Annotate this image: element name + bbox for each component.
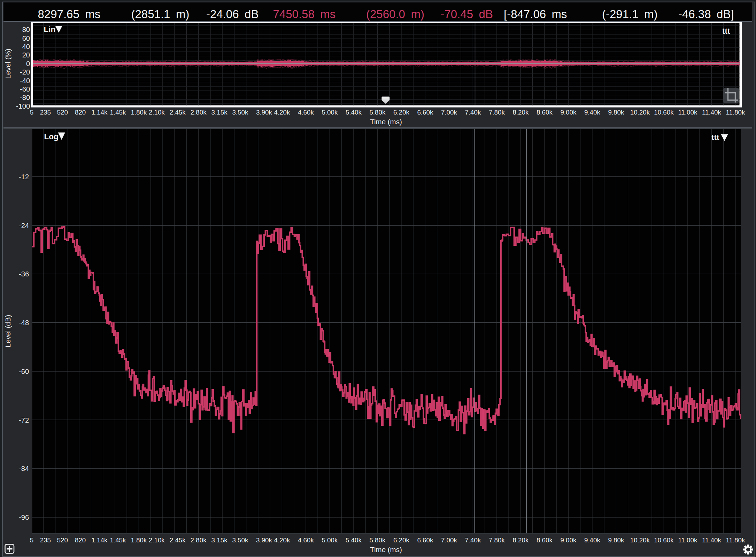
svg-text:-96: -96 (19, 513, 29, 521)
svg-text:9.00k: 9.00k (560, 536, 577, 544)
svg-text:80: 80 (22, 26, 30, 33)
svg-text:7.40k: 7.40k (465, 109, 481, 116)
svg-text:2.45k: 2.45k (170, 536, 186, 544)
svg-text:2.10k: 2.10k (149, 536, 165, 544)
svg-text:10.60k: 10.60k (654, 109, 674, 116)
svg-text:-100: -100 (16, 102, 30, 110)
svg-text:5.00k: 5.00k (322, 536, 338, 544)
svg-text:5: 5 (30, 536, 33, 544)
svg-text:3.50k: 3.50k (232, 536, 249, 544)
svg-text:-12: -12 (19, 173, 29, 181)
svg-text:(2851.1 m): (2851.1 m) (131, 8, 190, 21)
svg-text:Time (ms): Time (ms) (370, 546, 402, 554)
svg-text:9.00k: 9.00k (560, 109, 577, 116)
svg-text:10.20k: 10.20k (630, 109, 650, 116)
svg-text:1.45k: 1.45k (110, 109, 126, 116)
svg-text:-80: -80 (20, 94, 30, 101)
svg-text:3.15k: 3.15k (211, 536, 228, 544)
svg-text:5.40k: 5.40k (346, 536, 362, 544)
svg-text:20: 20 (22, 51, 30, 59)
svg-text:3.50k: 3.50k (232, 109, 249, 116)
svg-text:0: 0 (26, 60, 30, 68)
svg-text:Lin: Lin (44, 25, 56, 34)
svg-text:2.45k: 2.45k (170, 109, 186, 116)
svg-text:ttt: ttt (722, 27, 730, 36)
svg-text:2.80k: 2.80k (191, 109, 207, 116)
svg-text:520: 520 (57, 536, 68, 544)
svg-text:1.14k: 1.14k (91, 109, 108, 116)
svg-text:3.90k: 3.90k (256, 109, 272, 116)
svg-text:3.90k: 3.90k (256, 536, 272, 544)
svg-text:9.80k: 9.80k (608, 109, 624, 116)
svg-text:ttt: ttt (711, 133, 719, 142)
svg-text:1.80k: 1.80k (131, 536, 147, 544)
svg-text:11.40k: 11.40k (702, 109, 722, 116)
svg-text:2.10k: 2.10k (149, 109, 165, 116)
svg-text:7450.58 ms: 7450.58 ms (273, 8, 336, 21)
svg-text:6.60k: 6.60k (417, 536, 433, 544)
svg-text:1.14k: 1.14k (91, 536, 108, 544)
svg-text:8.60k: 8.60k (537, 109, 553, 116)
svg-text:7.00k: 7.00k (441, 536, 457, 544)
svg-text:9.40k: 9.40k (584, 536, 601, 544)
svg-text:-48: -48 (19, 319, 29, 327)
svg-text:6.20k: 6.20k (393, 536, 410, 544)
svg-text:7.00k: 7.00k (441, 109, 457, 116)
svg-text:8.60k: 8.60k (537, 536, 553, 544)
svg-text:(-291.1 m): (-291.1 m) (602, 8, 658, 21)
svg-text:-24.06 dB: -24.06 dB (206, 8, 259, 21)
svg-text:5.40k: 5.40k (346, 109, 362, 116)
svg-text:2.80k: 2.80k (191, 536, 207, 544)
svg-text:4.20k: 4.20k (274, 536, 290, 544)
svg-text:11.80k: 11.80k (726, 536, 745, 544)
svg-text:-24: -24 (19, 222, 29, 229)
svg-text:-84: -84 (19, 465, 29, 472)
svg-text:Level (%): Level (%) (4, 49, 12, 79)
svg-text:Level (dB): Level (dB) (4, 315, 12, 347)
svg-text:10.20k: 10.20k (630, 536, 650, 544)
svg-text:-72: -72 (19, 416, 29, 424)
svg-text:40: 40 (22, 43, 30, 50)
svg-text:7.80k: 7.80k (489, 109, 505, 116)
svg-text:5.00k: 5.00k (322, 109, 338, 116)
svg-text:11.80k: 11.80k (726, 109, 745, 116)
svg-text:7.40k: 7.40k (465, 536, 481, 544)
svg-text:Time (ms): Time (ms) (370, 118, 402, 126)
svg-text:235: 235 (40, 109, 51, 116)
svg-text:5: 5 (30, 109, 33, 116)
svg-text:8.20k: 8.20k (512, 109, 529, 116)
svg-text:(2560.0 m): (2560.0 m) (366, 8, 424, 21)
svg-text:4.60k: 4.60k (298, 109, 314, 116)
svg-text:11.00k: 11.00k (678, 536, 697, 544)
svg-text:Log: Log (44, 132, 59, 141)
svg-text:-70.45 dB: -70.45 dB (441, 8, 493, 21)
svg-text:7.80k: 7.80k (489, 536, 505, 544)
svg-text:6.20k: 6.20k (393, 109, 410, 116)
svg-text:-20: -20 (20, 68, 30, 76)
svg-text:4.60k: 4.60k (298, 536, 314, 544)
svg-text:8297.65 ms: 8297.65 ms (38, 8, 101, 21)
svg-text:9.80k: 9.80k (608, 536, 624, 544)
svg-text:-60: -60 (19, 368, 29, 375)
svg-text:[-847.06 ms: [-847.06 ms (504, 8, 567, 21)
svg-text:9.40k: 9.40k (584, 109, 601, 116)
svg-text:-46.38 dB]: -46.38 dB] (678, 8, 734, 21)
svg-text:235: 235 (40, 536, 51, 544)
svg-text:5.80k: 5.80k (369, 536, 386, 544)
svg-text:1.45k: 1.45k (110, 536, 126, 544)
svg-text:11.40k: 11.40k (702, 536, 722, 544)
svg-text:5.80k: 5.80k (369, 109, 386, 116)
svg-text:10.60k: 10.60k (654, 536, 674, 544)
svg-text:11.00k: 11.00k (678, 109, 697, 116)
svg-text:1.80k: 1.80k (131, 109, 147, 116)
svg-text:-60: -60 (20, 85, 30, 93)
svg-text:4.20k: 4.20k (274, 109, 290, 116)
svg-text:8.20k: 8.20k (512, 536, 529, 544)
svg-text:520: 520 (57, 109, 68, 116)
svg-text:3.15k: 3.15k (211, 109, 228, 116)
svg-text:820: 820 (75, 536, 86, 544)
svg-text:-36: -36 (19, 270, 29, 278)
svg-text:-40: -40 (20, 77, 30, 85)
svg-text:6.60k: 6.60k (417, 109, 433, 116)
svg-text:820: 820 (75, 109, 86, 116)
